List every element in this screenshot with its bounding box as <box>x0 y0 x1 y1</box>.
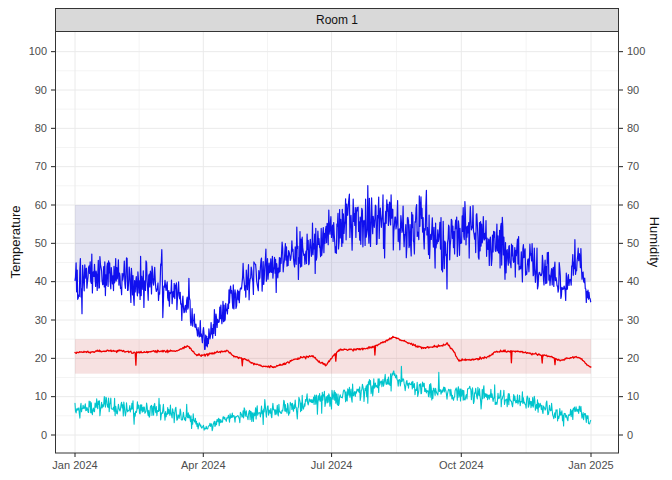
y-tick-label-right: 10 <box>627 390 639 402</box>
y-tick-label-left: 10 <box>35 390 47 402</box>
plot-svg: 0102030405060708090100010203040506070809… <box>0 0 672 480</box>
y-tick-label-left: 0 <box>41 429 47 441</box>
series-cyan-line <box>75 366 591 430</box>
x-tick-label: Jan 2024 <box>52 459 97 471</box>
y-tick-label-left: 90 <box>35 84 47 96</box>
x-tick-label: Oct 2024 <box>439 459 484 471</box>
x-tick-label: Apr 2024 <box>181 459 226 471</box>
y-tick-label-left: 30 <box>35 314 47 326</box>
y-axis-title-right: Humidity <box>646 142 662 342</box>
y-tick-label-left: 40 <box>35 275 47 287</box>
facet-strip-label: Room 1 <box>316 13 358 27</box>
x-tick-label: Jan 2025 <box>568 459 613 471</box>
facet-strip: Room 1 <box>55 8 619 32</box>
y-tick-label-left: 50 <box>35 237 47 249</box>
y-tick-label-right: 70 <box>627 160 639 172</box>
y-tick-label-right: 80 <box>627 122 639 134</box>
chart-figure: 0102030405060708090100010203040506070809… <box>0 0 672 480</box>
y-tick-label-right: 100 <box>627 45 645 57</box>
y-tick-label-left: 20 <box>35 352 47 364</box>
y-tick-label-right: 0 <box>627 429 633 441</box>
y-tick-label-left: 60 <box>35 199 47 211</box>
x-tick-label: Jul 2024 <box>311 459 353 471</box>
y-tick-label-right: 20 <box>627 352 639 364</box>
y-tick-label-left: 70 <box>35 160 47 172</box>
y-axis-title-left: Temperature <box>8 142 24 342</box>
y-tick-label-left: 100 <box>29 45 47 57</box>
y-tick-label-left: 80 <box>35 122 47 134</box>
y-tick-label-right: 60 <box>627 199 639 211</box>
y-tick-label-right: 30 <box>627 314 639 326</box>
y-tick-label-right: 50 <box>627 237 639 249</box>
y-tick-label-right: 40 <box>627 275 639 287</box>
y-tick-label-right: 90 <box>627 84 639 96</box>
